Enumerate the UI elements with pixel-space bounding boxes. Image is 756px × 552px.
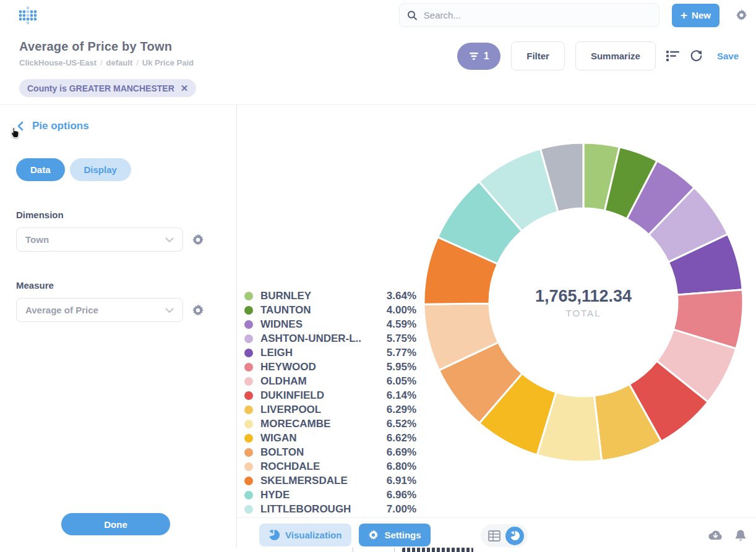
legend-color-dot [244,477,253,485]
legend-item[interactable]: DUKINFIELD6.14% [244,388,416,402]
breadcrumb-schema[interactable]: default [106,58,133,67]
filter-button[interactable]: Filter [511,41,565,70]
pie-chart[interactable] [423,142,744,463]
table-view-icon[interactable] [488,530,500,541]
sidebar-title: Pie options [32,120,89,132]
legend-item[interactable]: OLDHAM6.05% [244,374,416,388]
legend-item[interactable]: WIDNES4.59% [244,317,416,331]
funnel-icon [469,52,479,61]
legend-percent: 6.29% [387,404,416,416]
pie-view-icon[interactable] [505,527,524,545]
legend-item[interactable]: LEIGH5.77% [244,346,416,360]
legend-percent: 4.00% [387,304,416,316]
search-box[interactable] [399,3,659,27]
visualization-button[interactable]: Visualization [259,524,351,546]
dimension-gear-icon[interactable] [192,234,204,246]
done-button[interactable]: Done [61,513,170,535]
legend-color-dot [244,292,253,300]
legend-label: LITTLEBOROUGH [260,503,351,516]
legend-percent: 4.59% [387,318,416,331]
legend-percent: 7.00% [387,503,416,516]
remove-filter-icon[interactable]: ✕ [181,83,189,93]
visualization-footer: Visualization Settings [237,517,756,552]
refresh-icon[interactable] [690,49,703,62]
legend-color-dot [244,491,253,499]
breadcrumb-database[interactable]: ClickHouse-US-East [19,58,97,67]
search-input[interactable] [424,10,651,20]
settings-button[interactable]: Settings [359,524,430,546]
legend-item[interactable]: MORECAMBE6.52% [244,417,416,431]
legend-percent: 6.80% [387,461,416,473]
legend-label: ROCHDALE [260,461,320,473]
legend-label: MORECAMBE [260,418,330,430]
legend-item[interactable]: ASHTON-UNDER-L..5.75% [244,331,416,346]
filter-chip[interactable]: County is GREATER MANCHESTER ✕ [19,79,196,97]
tab-data[interactable]: Data [16,158,65,181]
legend-color-dot [244,420,253,428]
legend-label: HYDE [260,489,290,501]
breadcrumb-table[interactable]: Uk Price Paid [142,58,194,67]
legend-percent: 5.75% [387,333,416,345]
plus-icon: + [681,9,687,21]
legend-percent: 5.95% [387,361,416,373]
legend-item[interactable]: WIGAN6.62% [244,431,416,445]
legend-color-dot [244,434,253,443]
legend-color-dot [244,320,253,329]
legend-item[interactable]: HEYWOOD5.95% [244,360,416,374]
dimension-select[interactable]: Town [16,227,183,252]
chevron-down-icon [165,305,174,315]
legend-percent: 6.62% [387,432,416,444]
legend-percent: 6.05% [387,375,416,388]
legend-label: ASHTON-UNDER-L.. [260,333,361,345]
visualization-canvas: BURNLEY3.64%TAUNTON4.00%WIDNES4.59%ASHTO… [237,105,756,548]
legend-color-dot [244,448,253,457]
legend-percent: 3.64% [387,290,416,302]
new-button[interactable]: + New [672,4,719,27]
measure-label: Measure [16,280,220,291]
legend-label: WIGAN [260,432,297,444]
legend-color-dot [244,377,253,386]
notebook-icon[interactable] [666,50,679,62]
gear-icon [368,530,379,540]
legend-item[interactable]: BURNLEY3.64% [244,289,416,303]
legend-label: TAUNTON [260,304,311,316]
question-header: Average of Price by Town ClickHouse-US-E… [0,35,756,70]
legend-label: WIDNES [260,318,303,331]
legend-item[interactable]: BOLTON6.69% [244,445,416,459]
measure-select[interactable]: Average of Price [16,298,183,322]
tab-display[interactable]: Display [70,158,131,181]
legend-label: BURNLEY [260,290,311,302]
legend-color-dot [244,505,253,514]
save-button[interactable]: Save [717,51,739,61]
page-title: Average of Price by Town [19,40,194,54]
download-icon[interactable] [708,530,723,541]
legend-label: LIVERPOOL [260,404,321,416]
legend-color-dot [244,334,253,343]
metabase-logo-icon[interactable] [19,6,37,25]
legend-item[interactable]: TAUNTON4.00% [244,303,416,317]
legend-label: BOLTON [260,446,304,459]
legend-percent: 6.91% [387,475,416,487]
legend-label: DUKINFIELD [260,389,324,402]
legend-item[interactable]: LITTLEBOROUGH7.00% [244,502,416,516]
back-chevron-icon[interactable] [16,121,25,131]
filter-count-button[interactable]: 1 [457,43,500,70]
filter-bar: County is GREATER MANCHESTER ✕ [0,70,756,105]
legend-color-dot [244,349,253,357]
dimension-label: Dimension [16,210,220,220]
viz-type-toggle [481,524,528,547]
pie-icon [269,530,280,540]
legend-item[interactable]: SKELMERSDALE6.91% [244,473,416,488]
settings-gear-icon[interactable] [736,9,747,21]
legend-item[interactable]: LIVERPOOL6.29% [244,402,416,417]
legend-percent: 6.96% [387,489,416,501]
legend-color-dot [244,363,253,372]
legend-label: OLDHAM [260,375,307,388]
chart-legend: BURNLEY3.64%TAUNTON4.00%WIDNES4.59%ASHTO… [244,289,416,530]
measure-gear-icon[interactable] [192,304,204,316]
summarize-button[interactable]: Summarize [575,41,656,70]
bell-icon[interactable] [735,529,746,541]
legend-item[interactable]: ROCHDALE6.80% [244,459,416,473]
legend-item[interactable]: HYDE6.96% [244,488,416,502]
legend-color-dot [244,391,253,400]
